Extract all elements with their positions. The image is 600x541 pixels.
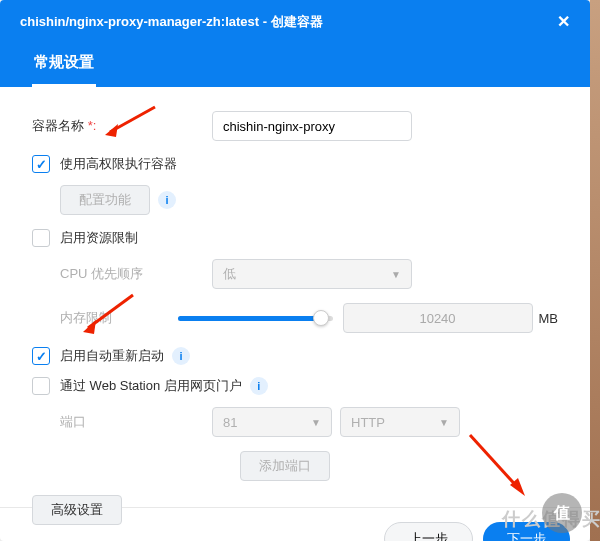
protocol-dropdown: HTTP ▼: [340, 407, 460, 437]
memory-unit: MB: [539, 311, 559, 326]
high-privilege-row: 使用高权限执行容器: [32, 155, 558, 173]
config-features-button[interactable]: 配置功能: [60, 185, 150, 215]
container-name-label: 容器名称 *:: [32, 117, 212, 135]
high-privilege-label: 使用高权限执行容器: [60, 155, 177, 173]
port-row: 端口 81 ▼ HTTP ▼: [60, 407, 558, 437]
resource-limits-row: 启用资源限制: [32, 229, 558, 247]
tab-general[interactable]: 常规设置: [32, 43, 96, 87]
modal-body: 容器名称 *: 使用高权限执行容器 配置功能 i 启用资源限制 CPU 优先顺序…: [0, 87, 590, 507]
container-name-row: 容器名称 *:: [32, 111, 558, 141]
create-container-modal: chishin/nginx-proxy-manager-zh:latest - …: [0, 0, 590, 541]
info-icon[interactable]: i: [250, 377, 268, 395]
close-icon[interactable]: ✕: [557, 12, 570, 31]
memory-value-input: [343, 303, 533, 333]
advanced-settings-button[interactable]: 高级设置: [32, 495, 122, 525]
info-icon[interactable]: i: [158, 191, 176, 209]
prev-button[interactable]: 上一步: [384, 522, 473, 541]
memory-slider: [178, 316, 333, 321]
add-port-row: 添加端口: [240, 451, 558, 481]
cpu-priority-row: CPU 优先顺序 低 ▼: [60, 259, 558, 289]
webstation-checkbox[interactable]: [32, 377, 50, 395]
modal-header: chishin/nginx-proxy-manager-zh:latest - …: [0, 0, 590, 43]
memory-limit-row: 内存限制 MB: [60, 303, 558, 333]
port-dropdown: 81 ▼: [212, 407, 332, 437]
watermark-badge: 值: [542, 493, 582, 533]
chevron-down-icon: ▼: [311, 417, 321, 428]
webstation-label: 通过 Web Station 启用网页门户: [60, 377, 242, 395]
resource-limits-label: 启用资源限制: [60, 229, 138, 247]
port-label: 端口: [60, 413, 212, 431]
info-icon[interactable]: i: [172, 347, 190, 365]
modal-title: chishin/nginx-proxy-manager-zh:latest - …: [20, 13, 323, 31]
config-features-row: 配置功能 i: [60, 185, 558, 215]
high-privilege-checkbox[interactable]: [32, 155, 50, 173]
resource-limits-checkbox[interactable]: [32, 229, 50, 247]
auto-restart-row: 启用自动重新启动 i: [32, 347, 558, 365]
chevron-down-icon: ▼: [439, 417, 449, 428]
webstation-row: 通过 Web Station 启用网页门户 i: [32, 377, 558, 395]
chevron-down-icon: ▼: [391, 269, 401, 280]
cpu-priority-label: CPU 优先顺序: [60, 265, 212, 283]
cpu-priority-dropdown: 低 ▼: [212, 259, 412, 289]
container-name-input[interactable]: [212, 111, 412, 141]
tab-bar: 常规设置: [0, 43, 590, 87]
memory-limit-label: 内存限制: [60, 309, 178, 327]
auto-restart-checkbox[interactable]: [32, 347, 50, 365]
add-port-button[interactable]: 添加端口: [240, 451, 330, 481]
auto-restart-label: 启用自动重新启动: [60, 347, 164, 365]
